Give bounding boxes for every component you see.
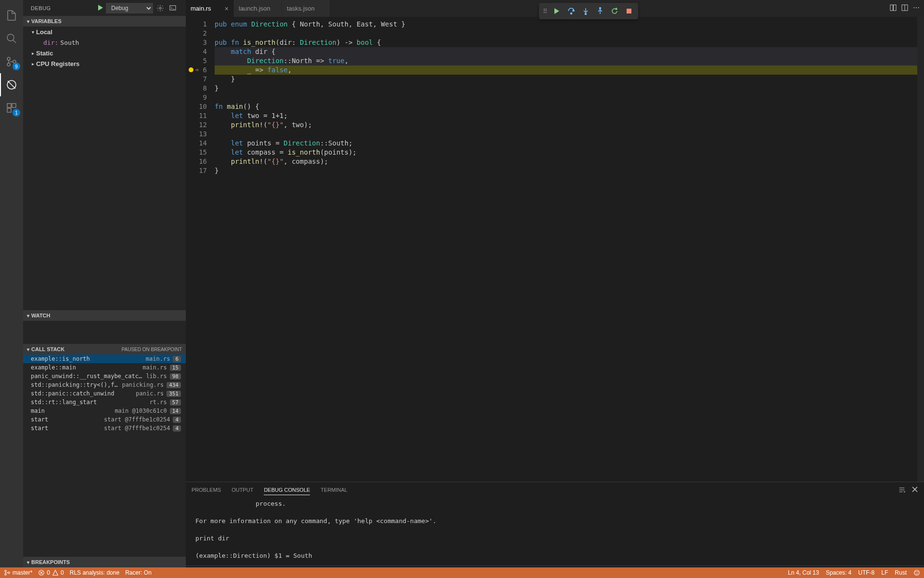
encoding-status[interactable]: UTF-8: [858, 569, 874, 576]
line-number[interactable]: 17: [186, 166, 207, 175]
branch-status[interactable]: master*: [4, 569, 32, 576]
line-number[interactable]: 10: [186, 102, 207, 111]
callstack-label: CALL STACK: [31, 346, 64, 352]
code-line[interactable]: }: [215, 166, 917, 175]
split-editor-icon[interactable]: [901, 4, 909, 13]
line-number[interactable]: 7: [186, 75, 207, 84]
start-debug-icon[interactable]: [96, 4, 104, 13]
close-panel-icon[interactable]: [911, 486, 918, 495]
more-icon[interactable]: [912, 4, 920, 13]
explorer-tab[interactable]: [0, 4, 23, 27]
editor-scrollbar[interactable]: [917, 17, 924, 482]
frame-function: start: [31, 416, 101, 423]
eol-status[interactable]: LF: [881, 569, 888, 576]
line-number[interactable]: 11: [186, 111, 207, 120]
line-number[interactable]: 3: [186, 38, 207, 47]
drag-handle-icon[interactable]: ⠿: [542, 8, 549, 15]
code-line[interactable]: println!("{}", two);: [215, 120, 917, 130]
step-into-icon[interactable]: [579, 5, 592, 17]
code-line[interactable]: [215, 29, 917, 38]
debug-sidebar: DEBUG Debug ▾ VARIABLES: [23, 0, 186, 578]
line-number[interactable]: 2: [186, 29, 207, 38]
search-tab[interactable]: [0, 27, 23, 50]
stack-frame[interactable]: mainmain @1030c61c014: [23, 407, 186, 415]
stop-icon[interactable]: [623, 5, 635, 17]
editor-tab[interactable]: main.rs×: [186, 0, 234, 17]
code-line[interactable]: [215, 130, 917, 139]
compare-icon[interactable]: [889, 4, 897, 13]
stack-frame[interactable]: startstart @7fffbe1c02544: [23, 424, 186, 433]
breakpoints-header[interactable]: ▾ BREAKPOINTS: [23, 557, 186, 567]
code-line[interactable]: }: [215, 75, 917, 84]
scm-tab[interactable]: 9: [0, 50, 23, 73]
restart-icon[interactable]: [608, 5, 621, 17]
line-number[interactable]: 13: [186, 130, 207, 139]
extensions-tab[interactable]: 1: [0, 96, 23, 119]
stack-frame[interactable]: startstart @7fffbe1c02544: [23, 415, 186, 424]
variables-header[interactable]: ▾ VARIABLES: [23, 16, 186, 26]
scope-static[interactable]: ▸ Static: [23, 48, 186, 58]
line-number[interactable]: 12: [186, 120, 207, 130]
continue-icon[interactable]: [551, 5, 563, 17]
frame-line: 4: [173, 425, 181, 432]
line-number[interactable]: 5: [186, 56, 207, 66]
console-icon[interactable]: [167, 3, 178, 13]
code-line[interactable]: pub fn is_north(dir: Direction) -> bool …: [215, 38, 917, 47]
stack-frame[interactable]: std::panicking::try<(),fn()>panicking.rs…: [23, 381, 186, 389]
code-line[interactable]: let two = 1+1;: [215, 111, 917, 120]
line-number[interactable]: 16: [186, 157, 207, 166]
code-line[interactable]: pub enum Direction { North, South, East,…: [215, 20, 917, 29]
close-icon[interactable]: ×: [225, 5, 229, 13]
code-line[interactable]: println!("{}", compass);: [215, 157, 917, 166]
svg-line-1: [13, 40, 16, 43]
stack-frame[interactable]: example::mainmain.rs15: [23, 363, 186, 372]
panel-tab[interactable]: PROBLEMS: [192, 485, 221, 495]
code-line[interactable]: }: [215, 84, 917, 93]
language-status[interactable]: Rust: [895, 569, 907, 576]
svg-point-36: [8, 572, 10, 574]
line-number[interactable]: 8: [186, 84, 207, 93]
feedback-icon[interactable]: [913, 569, 920, 576]
line-number[interactable]: 14: [186, 139, 207, 148]
scope-cpu-registers[interactable]: ▸ CPU Registers: [23, 58, 186, 69]
debug-tab[interactable]: [0, 73, 23, 96]
cursor-position[interactable]: Ln 4, Col 13: [788, 569, 819, 576]
clear-console-icon[interactable]: [898, 486, 906, 495]
line-number[interactable]: 9: [186, 93, 207, 102]
breakpoint-marker-icon[interactable]: [189, 67, 193, 72]
line-number[interactable]: 15: [186, 148, 207, 157]
watch-header[interactable]: ▾ WATCH: [23, 310, 186, 321]
stack-frame[interactable]: example::is_northmain.rs6: [23, 355, 186, 363]
stack-frame[interactable]: panic_unwind::__rust_maybe_catch_panicli…: [23, 372, 186, 381]
variable-dir[interactable]: dir: South: [23, 37, 186, 48]
code-line[interactable]: let points = Direction::South;: [215, 139, 917, 148]
errors-status[interactable]: 0 0: [38, 569, 64, 576]
line-number[interactable]: 4: [186, 47, 207, 56]
racer-status[interactable]: Racer: On: [125, 569, 152, 576]
panel-tab[interactable]: DEBUG CONSOLE: [264, 485, 310, 495]
editor-tab[interactable]: launch.json: [234, 0, 282, 17]
rls-status[interactable]: RLS analysis: done: [70, 569, 119, 576]
scope-local[interactable]: ▾ Local: [23, 26, 186, 37]
panel-tab[interactable]: OUTPUT: [231, 485, 253, 495]
editor-tab[interactable]: tasks.json: [282, 0, 330, 17]
panel-tab[interactable]: TERMINAL: [321, 485, 347, 495]
stack-frame[interactable]: std::panic::catch_unwindpanic.rs351: [23, 389, 186, 398]
debug-console-output[interactable]: process.For more information on any comm…: [186, 498, 924, 565]
code-line[interactable]: Direction::North => true,: [215, 56, 917, 66]
indent-status[interactable]: Spaces: 4: [826, 569, 851, 576]
console-line: For more information on any command, typ…: [195, 517, 914, 526]
line-number[interactable]: 1: [186, 20, 207, 29]
editor[interactable]: 123456➪7891011121314151617 pub enum Dire…: [186, 17, 924, 482]
code-line[interactable]: [215, 93, 917, 102]
step-out-icon[interactable]: [594, 5, 606, 17]
debug-config-select[interactable]: Debug: [106, 3, 153, 13]
gear-icon[interactable]: [155, 3, 166, 13]
stack-frame[interactable]: std::rt::lang_startrt.rs57: [23, 398, 186, 407]
code-line[interactable]: match dir {: [215, 47, 917, 56]
code-line[interactable]: fn main() {: [215, 102, 917, 111]
code-line[interactable]: _ => false,: [215, 66, 917, 75]
step-over-icon[interactable]: [565, 5, 578, 17]
callstack-header[interactable]: ▾ CALL STACK PAUSED ON BREAKPOINT: [23, 344, 186, 355]
code-line[interactable]: let compass = is_north(points);: [215, 148, 917, 157]
